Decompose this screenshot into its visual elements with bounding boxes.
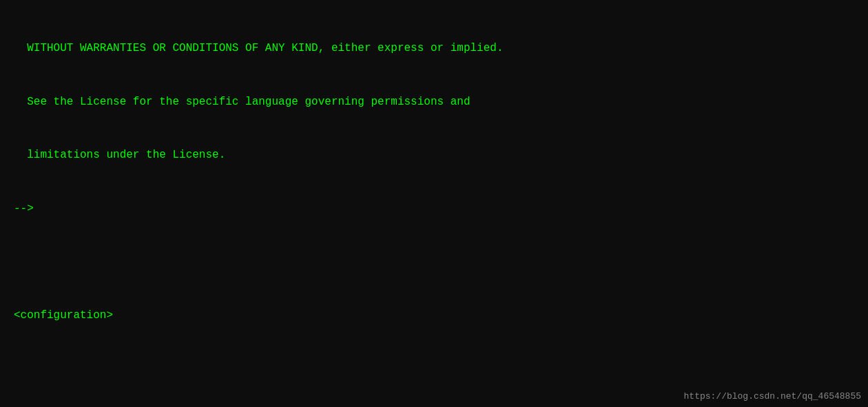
line-4: -->	[14, 200, 854, 218]
line-3: limitations under the License.	[14, 146, 854, 164]
line-5	[14, 253, 854, 271]
line-6: <configuration>	[14, 306, 854, 324]
watermark: https://blog.csdn.net/qq_46548855	[684, 391, 861, 401]
line-7	[14, 360, 854, 378]
line-2: See the License for the specific languag…	[14, 93, 854, 111]
code-block: WITHOUT WARRANTIES OR CONDITIONS OF ANY …	[0, 0, 868, 407]
line-1: WITHOUT WARRANTIES OR CONDITIONS OF ANY …	[14, 39, 854, 57]
